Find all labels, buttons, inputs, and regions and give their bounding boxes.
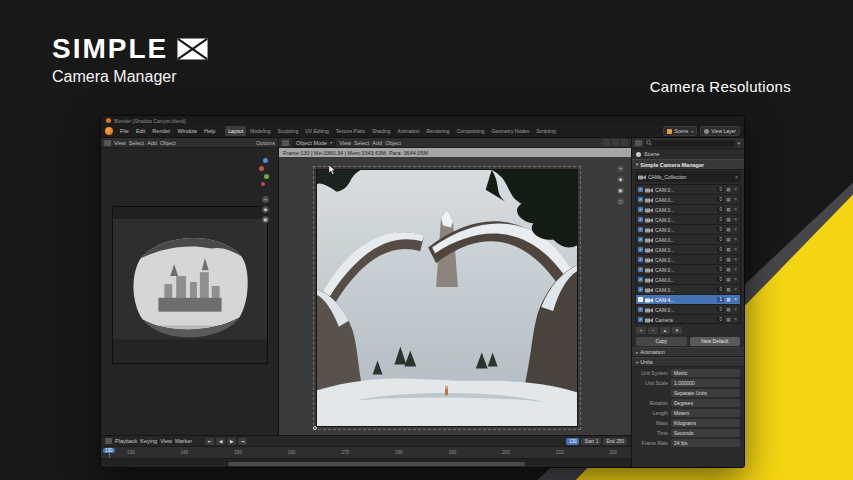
camera-slot-number[interactable]: 0	[717, 237, 724, 242]
render-toggle-icon[interactable]	[726, 307, 731, 312]
delete-icon[interactable]	[733, 247, 738, 252]
playback-button[interactable]: ⇥	[238, 438, 247, 445]
preview-viewport-body[interactable]: + ◆ ▣	[101, 148, 278, 435]
render-toggle-icon[interactable]	[726, 317, 731, 322]
camera-list-item[interactable]: Camera 0	[636, 315, 740, 324]
menu-item[interactable]: Window	[174, 127, 200, 135]
axis-x-neg-dot[interactable]	[261, 182, 265, 186]
zoom-icon[interactable]: +	[617, 165, 624, 172]
pan-icon[interactable]: ◆	[262, 206, 269, 213]
workspace-tab[interactable]: Shading	[369, 126, 393, 136]
delete-icon[interactable]	[733, 277, 738, 282]
render-toggle-icon[interactable]	[726, 257, 731, 262]
render-toggle-icon[interactable]	[726, 287, 731, 292]
camera-list-item[interactable]: CAM.0... 0	[636, 285, 740, 295]
camera-list-item[interactable]: CAM.0... 0	[636, 225, 740, 235]
workspace-tab[interactable]: Scripting	[533, 126, 558, 136]
timeline-menu-item[interactable]: Keying	[140, 438, 157, 444]
playback-button[interactable]: ◀	[216, 438, 225, 445]
snap-icon[interactable]	[603, 139, 610, 146]
viewport-menu-item[interactable]: View	[114, 140, 126, 146]
viewport-menu-item[interactable]: Select	[354, 140, 369, 146]
viewport-body[interactable]: + ◆ ▣ ◻	[279, 157, 631, 435]
camera-checkbox[interactable]	[638, 237, 643, 242]
camera-slot-number[interactable]: 0	[717, 257, 724, 262]
render-toggle-icon[interactable]	[726, 227, 731, 232]
list-tool-button[interactable]: −	[648, 327, 658, 334]
delete-icon[interactable]	[733, 237, 738, 242]
camera-checkbox[interactable]	[638, 197, 643, 202]
delete-icon[interactable]	[733, 207, 738, 212]
view-layer-selector[interactable]: View Layer	[700, 126, 740, 136]
camera-checkbox[interactable]	[638, 287, 643, 292]
toggle-view-icon[interactable]: ◻	[617, 198, 624, 205]
camera-list-item[interactable]: CAM.0... 0	[636, 215, 740, 225]
search-field[interactable]	[644, 140, 735, 147]
list-tool-button[interactable]: +	[636, 327, 646, 334]
delete-icon[interactable]	[733, 317, 738, 322]
timeline-scrollbar[interactable]	[101, 459, 631, 468]
camera-slot-number[interactable]: 0	[717, 307, 724, 312]
camera-slot-number[interactable]: 0	[717, 227, 724, 232]
camera-checkbox[interactable]	[638, 257, 643, 262]
camera-checkbox[interactable]	[638, 277, 643, 282]
workspace-tab[interactable]: Compositing	[454, 126, 488, 136]
camera-collection-field[interactable]: CAMs_Collection ×	[635, 171, 741, 182]
setting-value-dropdown[interactable]: Metric	[671, 369, 740, 377]
editor-type-icon[interactable]	[104, 140, 111, 146]
camera-view-icon[interactable]: ▣	[262, 216, 269, 223]
render-toggle-icon[interactable]	[726, 187, 731, 192]
timeline-menu-item[interactable]: View	[160, 438, 172, 444]
camera-checkbox[interactable]	[638, 187, 643, 192]
viewport-menu-item[interactable]: Object	[385, 140, 401, 146]
mode-dropdown[interactable]: Object Mode ▾	[292, 139, 336, 147]
editor-type-icon[interactable]	[105, 438, 112, 444]
scene-selector[interactable]: Scene ▾	[663, 126, 697, 136]
start-frame-field[interactable]: Start 1	[581, 438, 601, 445]
workspace-tab[interactable]: UV Editing	[302, 126, 332, 136]
delete-icon[interactable]	[733, 287, 738, 292]
clear-icon[interactable]: ×	[735, 174, 738, 180]
workspace-tab[interactable]: Animation	[394, 126, 422, 136]
delete-icon[interactable]	[733, 257, 738, 262]
camera-slot-number[interactable]: 0	[717, 317, 724, 322]
playhead[interactable]: 130	[109, 447, 110, 458]
camera-slot-number[interactable]: 0	[717, 277, 724, 282]
blender-logo-icon[interactable]	[105, 127, 113, 135]
scrollbar-thumb[interactable]	[228, 462, 525, 466]
workspace-tab[interactable]: Layout	[225, 126, 246, 136]
menu-item[interactable]: Render	[149, 127, 173, 135]
camera-checkbox[interactable]	[638, 247, 643, 252]
camera-slot-number[interactable]: 0	[717, 247, 724, 252]
viewport-menu-item[interactable]: Add	[372, 140, 382, 146]
camera-list-item[interactable]: CAM.0... 0	[636, 205, 740, 215]
list-tool-button[interactable]: ▼	[672, 327, 682, 334]
section-animation[interactable]: ▸ Animation	[632, 347, 744, 357]
section-units[interactable]: ▾ Units	[632, 357, 744, 367]
end-frame-field[interactable]: End 250	[603, 438, 627, 445]
delete-icon[interactable]	[733, 227, 738, 232]
camera-slot-number[interactable]: 0	[717, 267, 724, 272]
viewport-menu-item[interactable]: View	[339, 140, 351, 146]
delete-icon[interactable]	[733, 267, 738, 272]
navigation-gizmo[interactable]	[261, 158, 269, 186]
setting-value-dropdown[interactable]: 1.000000	[671, 379, 740, 387]
camera-slot-number[interactable]: 0	[717, 207, 724, 212]
camera-checkbox[interactable]	[638, 207, 643, 212]
camera-list-item[interactable]: CAM.0... 0	[636, 185, 740, 195]
camera-list-item[interactable]: CAM.0... 0	[636, 305, 740, 315]
workspace-tab[interactable]: Geometry Nodes	[488, 126, 532, 136]
camera-list-item[interactable]: CAM.0... 0	[636, 235, 740, 245]
playback-button[interactable]: ⇤	[205, 438, 214, 445]
delete-icon[interactable]	[733, 187, 738, 192]
addon-panel-header[interactable]: ▾ Simple Camera Manager	[632, 159, 744, 170]
axis-z-dot[interactable]	[263, 158, 268, 163]
render-toggle-icon[interactable]	[726, 207, 731, 212]
camera-view-icon[interactable]: ▣	[617, 187, 624, 194]
axis-y-dot[interactable]	[264, 174, 269, 179]
playback-button[interactable]: ▶	[227, 438, 236, 445]
camera-slot-number[interactable]: 0	[717, 197, 724, 202]
current-frame-field[interactable]: 130	[566, 438, 580, 445]
workspace-tab[interactable]: Rendering	[424, 126, 453, 136]
delete-icon[interactable]	[733, 297, 738, 302]
